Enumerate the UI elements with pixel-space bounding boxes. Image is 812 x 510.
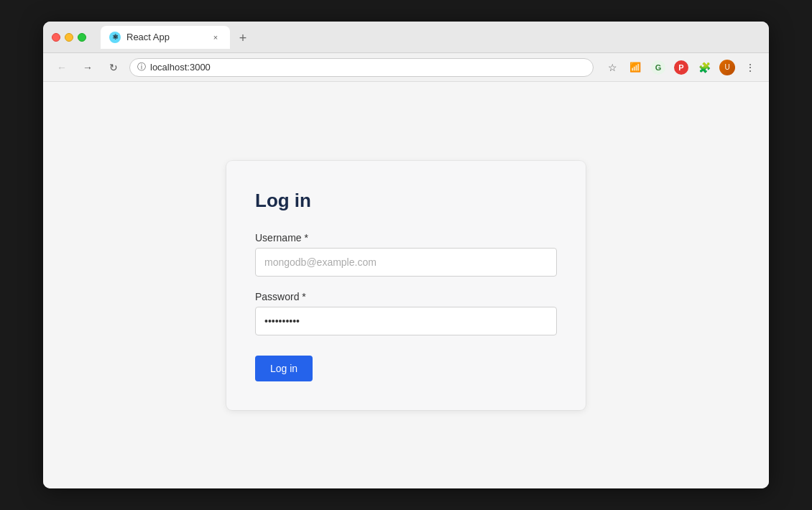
- back-button[interactable]: ←: [52, 57, 72, 78]
- login-title: Log in: [255, 190, 557, 212]
- username-label: Username *: [255, 232, 557, 244]
- tab-bar: ⚛ React App × +: [101, 26, 760, 49]
- bookmark-icon: ☆: [608, 62, 617, 73]
- back-icon: ←: [57, 62, 67, 73]
- browser-window: ⚛ React App × + ← → ↻ ⓘ localhost:3000 ☆…: [43, 22, 769, 488]
- bookmark-button[interactable]: ☆: [602, 57, 622, 78]
- minimize-button[interactable]: [65, 33, 73, 42]
- tab-close-button[interactable]: ×: [210, 32, 221, 43]
- maximize-button[interactable]: [78, 33, 86, 42]
- toolbar-icons: ☆ 📶 G P 🧩 U ⋮: [602, 57, 760, 78]
- forward-button[interactable]: →: [78, 57, 98, 78]
- menu-icon: ⋮: [745, 62, 755, 73]
- url-text: localhost:3000: [150, 62, 586, 73]
- close-button[interactable]: [52, 33, 60, 42]
- password-group: Password *: [255, 291, 557, 335]
- address-bar: ← → ↻ ⓘ localhost:3000 ☆ 📶 G P: [43, 53, 769, 82]
- traffic-lights: [52, 33, 86, 42]
- new-tab-button[interactable]: +: [233, 29, 253, 49]
- tab-favicon: ⚛: [109, 32, 121, 43]
- username-input[interactable]: [255, 248, 557, 277]
- url-bar[interactable]: ⓘ localhost:3000: [129, 58, 594, 77]
- cast-icon: 📶: [629, 62, 641, 73]
- reload-icon: ↻: [109, 62, 118, 73]
- username-group: Username *: [255, 232, 557, 277]
- page-content: Log in Username * Password * Log in: [43, 82, 769, 488]
- title-bar: ⚛ React App × +: [43, 22, 769, 53]
- forward-icon: →: [83, 62, 93, 73]
- login-button[interactable]: Log in: [255, 356, 313, 381]
- puzzle-icon: 🧩: [698, 62, 711, 73]
- password-input[interactable]: [255, 307, 557, 335]
- grammarly-button[interactable]: G: [648, 57, 668, 78]
- red-extension-icon: P: [674, 60, 688, 75]
- profile-button[interactable]: U: [717, 57, 737, 78]
- cast-button[interactable]: 📶: [625, 57, 645, 78]
- menu-button[interactable]: ⋮: [740, 57, 760, 78]
- reload-button[interactable]: ↻: [103, 57, 124, 78]
- ext-icon-red[interactable]: P: [671, 57, 691, 78]
- extensions-button[interactable]: 🧩: [694, 57, 714, 78]
- avatar-icon: U: [719, 60, 735, 75]
- password-label: Password *: [255, 291, 557, 302]
- tab-title: React App: [126, 32, 204, 42]
- grammarly-icon: G: [651, 60, 665, 75]
- active-tab[interactable]: ⚛ React App ×: [101, 26, 230, 49]
- login-card: Log in Username * Password * Log in: [226, 161, 586, 410]
- lock-icon: ⓘ: [137, 61, 146, 73]
